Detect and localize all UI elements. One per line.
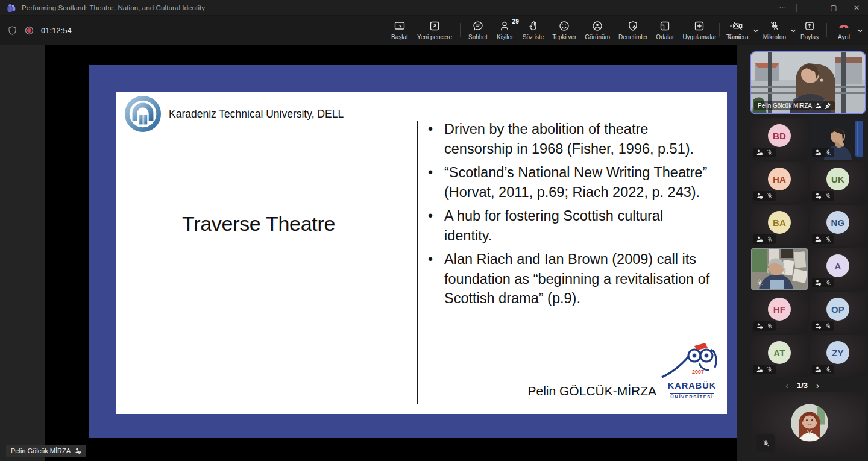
participant-status bbox=[753, 148, 776, 157]
chat-button[interactable]: Sohbet bbox=[464, 16, 492, 43]
hangup-icon bbox=[838, 20, 850, 32]
toolbar-divider bbox=[826, 23, 827, 37]
window-minimize-button[interactable]: – bbox=[799, 0, 822, 16]
people-button[interactable]: 29 Kişiler bbox=[492, 16, 518, 43]
start-presenting-button[interactable]: Başlat bbox=[386, 16, 413, 43]
chevron-down-icon bbox=[753, 28, 759, 34]
participant-avatar: AT bbox=[768, 341, 791, 364]
participant-avatar: NG bbox=[826, 211, 849, 234]
chevron-down-icon bbox=[790, 28, 796, 34]
smiley-icon bbox=[558, 20, 570, 32]
participant-tile[interactable]: HA bbox=[751, 162, 808, 203]
new-window-button[interactable]: Yeni pencere bbox=[413, 16, 456, 43]
apps-button[interactable]: Uygulamalar bbox=[678, 16, 720, 43]
react-button[interactable]: Tepki ver bbox=[548, 16, 580, 43]
slide-author: Pelin GÖLCÜK-MİRZA bbox=[527, 384, 656, 398]
popout-window-icon bbox=[429, 20, 441, 32]
slide-bullet: “Scotland’s National New Writing Theatre… bbox=[444, 163, 712, 202]
toolbar-divider bbox=[460, 23, 461, 37]
participant-avatar: BA bbox=[768, 211, 791, 234]
participant-avatar: HA bbox=[768, 168, 791, 190]
presenter-name-pill: Pelin Gölcük MİRZA ! bbox=[6, 445, 86, 457]
ktu-logo bbox=[124, 95, 162, 133]
participant-tile[interactable]: BD bbox=[751, 118, 808, 160]
self-video-tile[interactable] bbox=[752, 392, 866, 456]
participant-status bbox=[753, 234, 776, 244]
karabuk-logo-subtitle: ÜNİVERSİTESİ bbox=[670, 393, 713, 400]
attendee-mic-icon bbox=[814, 322, 822, 330]
participant-avatar: OP bbox=[826, 298, 849, 321]
attendee-mic-icon bbox=[814, 279, 822, 286]
participant-tile[interactable] bbox=[810, 118, 866, 160]
participant-tile[interactable]: BA bbox=[751, 205, 808, 246]
participant-tile[interactable]: ZY bbox=[810, 335, 866, 377]
participant-tile[interactable]: AT bbox=[751, 335, 808, 377]
mic-button[interactable]: Mikrofon bbox=[759, 16, 790, 43]
participant-status bbox=[812, 234, 834, 244]
pager-prev-button[interactable]: ‹ bbox=[785, 380, 788, 390]
attendee-mic-icon: ! bbox=[74, 447, 81, 454]
camera-off-icon bbox=[732, 20, 744, 32]
pin-icon bbox=[825, 102, 831, 109]
share-button[interactable]: Paylaş bbox=[796, 16, 823, 43]
mic-off-icon bbox=[825, 279, 832, 286]
camera-button[interactable]: Kamera bbox=[723, 16, 753, 43]
participant-status bbox=[812, 278, 834, 287]
privacy-shield-icon bbox=[7, 25, 17, 36]
mic-off-icon bbox=[825, 149, 832, 156]
owl-icon: 2007 bbox=[657, 342, 727, 380]
window-maximize-button[interactable]: ▢ bbox=[822, 0, 845, 16]
leave-button[interactable]: Ayrıl bbox=[831, 16, 857, 43]
mic-off-icon bbox=[766, 192, 773, 199]
attendee-mic-icon bbox=[814, 366, 822, 373]
speaker-name-label: Pelin Gölcük MİRZA bbox=[754, 101, 835, 110]
teams-app-icon: T bbox=[7, 3, 16, 12]
participant-avatar: HF bbox=[768, 298, 791, 321]
window-titlebar: T Performing Scotland: Theatre, Nation, … bbox=[0, 0, 868, 16]
participants-pager: ‹ 1/3 › bbox=[737, 378, 868, 392]
presenter-name: Pelin Gölcük MİRZA bbox=[11, 447, 71, 454]
participant-tile[interactable]: UK bbox=[810, 162, 866, 203]
participant-status bbox=[753, 321, 776, 331]
svg-text:!: ! bbox=[79, 451, 80, 454]
participant-tile[interactable]: OP bbox=[810, 292, 866, 333]
view-button[interactable]: Görünüm bbox=[580, 16, 614, 43]
slide: Karadeniz Technical University, DELL Tra… bbox=[116, 92, 727, 414]
controls-button[interactable]: Denetimler bbox=[614, 16, 652, 43]
breakout-rooms-icon bbox=[659, 20, 671, 32]
chat-icon bbox=[472, 20, 484, 32]
raise-hand-button[interactable]: Söz iste bbox=[518, 16, 549, 43]
leave-options-chevron[interactable] bbox=[856, 16, 864, 45]
mic-off-icon bbox=[769, 20, 781, 32]
attendee-mic-icon bbox=[815, 102, 822, 109]
attendee-mic-icon bbox=[756, 322, 763, 330]
presentation-background: Karadeniz Technical University, DELL Tra… bbox=[89, 65, 752, 438]
slide-divider bbox=[417, 121, 418, 404]
participant-status bbox=[753, 191, 776, 201]
karabuk-university-logo: 2007 KARABÜK ÜNİVERSİTESİ bbox=[657, 342, 727, 403]
mic-off-icon bbox=[825, 236, 832, 243]
attendee-mic-icon bbox=[814, 192, 822, 199]
participant-tile[interactable]: A bbox=[810, 248, 866, 290]
mic-off-icon bbox=[766, 322, 773, 330]
active-speaker-tile[interactable]: Pelin Gölcük MİRZA bbox=[750, 51, 866, 114]
attendee-mic-icon bbox=[756, 192, 763, 199]
share-arrow-icon bbox=[804, 20, 816, 32]
slide-bullet: Driven by the abolition of theatre censo… bbox=[444, 119, 712, 158]
participant-status bbox=[812, 365, 834, 374]
window-close-button[interactable]: ✕ bbox=[845, 0, 868, 16]
participant-status bbox=[753, 365, 776, 374]
attendee-mic-icon bbox=[756, 149, 763, 156]
participant-tile[interactable]: HF bbox=[751, 292, 808, 333]
self-mic-status bbox=[756, 434, 775, 452]
pager-next-button[interactable]: › bbox=[816, 380, 819, 390]
view-icon bbox=[591, 20, 603, 32]
participant-tile[interactable]: NG bbox=[810, 205, 866, 246]
participant-tile[interactable] bbox=[751, 248, 808, 290]
participant-status bbox=[812, 191, 834, 201]
participants-sidebar: Pelin Gölcük MİRZA BD bbox=[737, 45, 868, 461]
raise-hand-icon bbox=[527, 20, 539, 32]
speaker-name: Pelin Gölcük MİRZA bbox=[758, 102, 812, 109]
rooms-button[interactable]: Odalar bbox=[652, 16, 678, 43]
window-more-button[interactable]: ⋯ bbox=[771, 0, 794, 16]
